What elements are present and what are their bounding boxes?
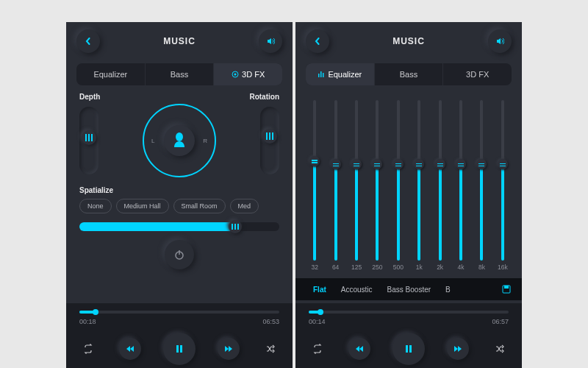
rewind-icon (126, 345, 135, 353)
power-button[interactable] (165, 240, 194, 269)
progress-slider[interactable] (309, 311, 509, 314)
eq-band[interactable]: 16k (494, 100, 512, 271)
dial-right-label: R (203, 138, 207, 144)
eq-band[interactable]: 2k (431, 100, 448, 271)
play-pause-button[interactable] (163, 333, 196, 365)
svg-rect-11 (504, 286, 509, 289)
depth-slider[interactable] (79, 107, 98, 174)
band-freq-label: 32 (311, 263, 318, 271)
time-elapsed: 00:14 (309, 318, 326, 325)
eq-band[interactable]: 32 (306, 100, 323, 271)
svg-point-1 (234, 74, 237, 76)
shuffle-button[interactable] (491, 340, 509, 358)
prev-button[interactable] (119, 338, 141, 360)
tab-bass[interactable]: Bass (145, 63, 214, 85)
svg-point-2 (176, 132, 183, 141)
svg-rect-12 (406, 345, 408, 353)
depth-label: Depth (79, 93, 100, 101)
volume-button[interactable] (259, 29, 282, 53)
speaker-icon (266, 37, 275, 46)
chevron-left-icon (314, 38, 321, 45)
dial-left-label: L (151, 138, 154, 144)
eq-band[interactable]: 1k (410, 100, 428, 271)
repeat-button[interactable] (79, 340, 97, 358)
tab-3dfx[interactable]: 3D FX (442, 63, 512, 85)
rotation-slider[interactable] (260, 107, 279, 174)
save-preset-button[interactable] (501, 284, 512, 294)
preset-option[interactable]: B (438, 286, 458, 294)
player-bar: 00:14 06:57 (295, 303, 522, 368)
rotation-label: Rotation (249, 93, 279, 101)
eq-band[interactable]: 8k (473, 100, 490, 271)
pause-icon (174, 344, 184, 354)
rewind-icon (355, 345, 364, 353)
svg-rect-7 (318, 74, 320, 77)
forward-icon (224, 345, 233, 353)
svg-rect-8 (320, 71, 322, 77)
surround-dial[interactable]: L R (143, 104, 216, 177)
band-freq-label: 64 (332, 263, 339, 271)
spatialize-option[interactable]: Small Room (173, 199, 226, 213)
preset-option[interactable]: Bass Booster (380, 286, 438, 294)
next-button[interactable] (447, 338, 469, 360)
dial-knob[interactable] (164, 125, 195, 156)
spatialize-options: NoneMedium HallSmall RoomMed (66, 199, 293, 219)
pause-icon (404, 344, 414, 354)
preset-option[interactable]: Accoustic (334, 286, 380, 294)
band-freq-label: 250 (372, 263, 382, 271)
band-freq-label: 2k (437, 263, 443, 271)
eq-band[interactable]: 4k (452, 100, 470, 271)
spatialize-option[interactable]: Med (230, 199, 259, 213)
tab-3dfx[interactable]: 3D FX (213, 63, 282, 85)
play-pause-button[interactable] (392, 333, 425, 365)
band-freq-label: 1k (416, 263, 423, 271)
eq-band-group: 32641252505001k2k4k8k16k (306, 97, 512, 274)
power-icon (173, 249, 185, 261)
speaker-icon (495, 37, 504, 46)
tab-equalizer[interactable]: Equalizer (76, 63, 145, 85)
next-button[interactable] (218, 338, 240, 360)
svg-rect-5 (176, 345, 179, 353)
save-icon (501, 284, 512, 294)
player-bar: 00:18 06:53 (66, 303, 293, 368)
band-freq-label: 500 (393, 263, 404, 271)
preset-row: FlatAccousticBass BoosterB (295, 278, 522, 300)
spatialize-label: Spatialize (66, 183, 293, 199)
band-freq-label: 125 (351, 263, 362, 271)
band-freq-label: 4k (458, 263, 465, 271)
spatialize-slider[interactable] (79, 222, 279, 231)
chevron-left-icon (85, 38, 92, 45)
spatialize-option[interactable]: None (79, 199, 112, 213)
volume-button[interactable] (488, 29, 512, 53)
page-title: MUSIC (163, 36, 196, 46)
equalizer-icon (318, 71, 325, 78)
eq-band[interactable]: 64 (326, 100, 344, 271)
forward-icon (453, 345, 462, 353)
effect-tabs: Equalizer Bass 3D FX (306, 63, 512, 85)
time-total: 06:53 (262, 318, 279, 325)
band-freq-label: 16k (498, 263, 508, 271)
preset-option[interactable]: Flat (306, 286, 334, 294)
shuffle-button[interactable] (262, 340, 279, 358)
screen-3dfx: MUSIC Equalizer Bass 3D FX Depth Rotatio… (66, 22, 293, 368)
head-icon (172, 131, 187, 147)
progress-slider[interactable] (79, 311, 279, 314)
back-button[interactable] (76, 29, 100, 53)
prev-button[interactable] (348, 338, 370, 360)
eq-band[interactable]: 125 (348, 100, 365, 271)
shuffle-icon (265, 344, 276, 354)
svg-rect-13 (409, 345, 412, 353)
spatialize-option[interactable]: Medium Hall (116, 199, 169, 213)
back-button[interactable] (306, 29, 329, 53)
repeat-icon (312, 344, 323, 354)
header: MUSIC (295, 22, 522, 59)
header: MUSIC (66, 22, 293, 59)
tab-bass[interactable]: Bass (374, 63, 443, 85)
screen-equalizer: MUSIC Equalizer Bass 3D FX 3264125250500… (295, 22, 522, 368)
tab-equalizer[interactable]: Equalizer (306, 63, 374, 85)
eq-band[interactable]: 500 (390, 100, 407, 271)
repeat-button[interactable] (309, 340, 326, 358)
page-title: MUSIC (392, 36, 425, 46)
target-icon (232, 71, 239, 78)
eq-band[interactable]: 250 (368, 100, 386, 271)
